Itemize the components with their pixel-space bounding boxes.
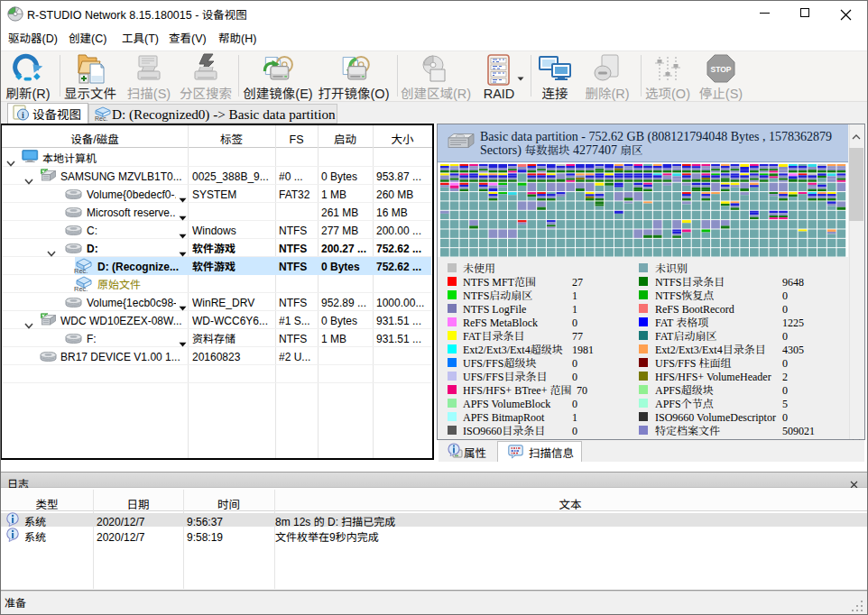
- svg-text:Rec.: Rec.: [74, 285, 88, 292]
- svg-text:STOP: STOP: [711, 65, 732, 74]
- svg-text:i: i: [22, 110, 24, 120]
- svg-text:Rec.: Rec.: [95, 115, 107, 122]
- svg-text:Rec.: Rec.: [74, 267, 88, 274]
